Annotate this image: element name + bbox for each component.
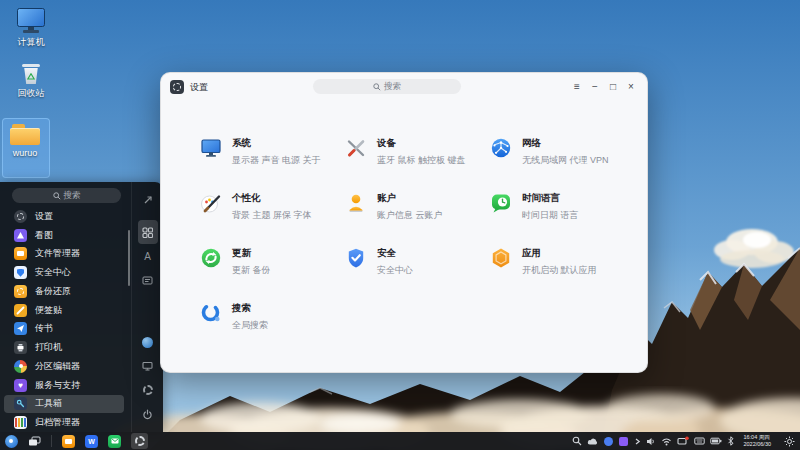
launcher-settings-button[interactable] [138, 378, 158, 402]
launcher-item-security-center[interactable]: 安全中心 [4, 263, 124, 282]
launcher-item-toolbox[interactable]: 工具箱 [4, 395, 124, 414]
launcher-item-backup-restore[interactable]: 备份还原 [4, 282, 124, 301]
desktop-icon-label: 回收站 [18, 87, 45, 100]
window-minimize-button[interactable]: − [588, 80, 602, 94]
category-subtitle: 时间日期 语言 [522, 209, 579, 222]
search-icon [572, 436, 582, 446]
settings-search-input[interactable]: 搜索 [313, 79, 461, 94]
recycle-bin-icon [22, 64, 40, 84]
launcher-item-printer[interactable]: 打印机 [4, 338, 124, 357]
tray-battery-button[interactable] [710, 435, 722, 448]
launcher-fullscreen-toggle[interactable] [138, 188, 158, 212]
category-subtitle: 安全中心 [377, 264, 413, 277]
show-desktop-button[interactable] [783, 435, 795, 448]
desktop-icon-label: 计算机 [18, 36, 45, 49]
tray-app-indicator-purple[interactable] [618, 435, 628, 448]
category-title: 更新 [232, 247, 271, 260]
settings-category-system[interactable]: 系统 显示器 声音 电源 关于 [199, 136, 344, 168]
launcher-sort-category-button[interactable] [138, 268, 158, 292]
multitasking-icon [28, 436, 41, 447]
tray-search-button[interactable] [572, 435, 582, 448]
window-maximize-button[interactable]: □ [606, 80, 620, 94]
launcher-item-sticky-notes[interactable]: 便签贴 [4, 301, 124, 320]
app-indicator-icon [604, 437, 613, 446]
launcher-power-button[interactable] [138, 402, 158, 426]
launcher-item-label: 服务与支持 [35, 379, 80, 392]
avatar [142, 337, 153, 348]
category-title: 账户 [377, 192, 443, 205]
taskbar-file-manager-button[interactable] [62, 435, 75, 448]
category-icon [142, 276, 153, 285]
launcher-scrollbar[interactable] [128, 230, 130, 286]
launcher-item-file-transfer[interactable]: 传书 [4, 320, 124, 339]
launcher-item-image-viewer[interactable]: 看图 [4, 226, 124, 245]
network-globe-icon [489, 136, 513, 160]
launcher-view-grid-button[interactable] [138, 220, 158, 244]
power-icon [142, 409, 153, 420]
search-icon [373, 83, 381, 91]
launcher-item-file-manager[interactable]: 文件管理器 [4, 245, 124, 264]
folder-icon [10, 124, 40, 145]
taskbar-wps-button[interactable]: W [85, 435, 98, 448]
desktop: 计算机 回收站 wuruo 搜索 设置 [0, 0, 800, 450]
settings-category-devices[interactable]: 设备 蓝牙 鼠标 触控板 键盘 [344, 136, 489, 168]
tray-cloud-sync-button[interactable] [587, 435, 598, 448]
file-manager-icon [62, 435, 75, 448]
tray-expand-button[interactable] [633, 435, 641, 448]
settings-category-time-language[interactable]: 时间语言 时间日期 语言 [489, 191, 634, 223]
settings-category-security[interactable]: 安全 安全中心 [344, 246, 489, 278]
window-title: 设置 [190, 81, 208, 94]
window-close-button[interactable]: × [624, 80, 638, 94]
settings-category-applications[interactable]: 应用 开机启动 默认应用 [489, 246, 634, 278]
sticky-notes-icon [14, 304, 27, 317]
expand-arrow-icon [143, 195, 153, 205]
desktop-icon-recycle-bin[interactable]: 回收站 [5, 64, 57, 100]
image-viewer-icon [14, 229, 27, 242]
window-menu-button[interactable]: ≡ [570, 80, 584, 94]
launcher-display-button[interactable] [138, 354, 158, 378]
settings-category-updates[interactable]: 更新 更新 备份 [199, 246, 344, 278]
desktop-icon-computer[interactable]: 计算机 [5, 8, 57, 49]
taskbar-launcher-button[interactable] [5, 435, 18, 448]
settings-category-search[interactable]: 搜索 全局搜索 [199, 301, 344, 333]
tray-bluetooth-button[interactable] [727, 435, 735, 448]
file-transfer-icon [14, 322, 27, 335]
tray-wifi-button[interactable] [661, 435, 672, 448]
file-manager-icon [14, 247, 27, 260]
category-subtitle: 背景 主题 屏保 字体 [232, 209, 312, 222]
cloud-icon [587, 437, 598, 446]
global-search-icon [199, 301, 223, 325]
desktop-icon-wuruo-folder[interactable]: wuruo [0, 124, 51, 158]
tray-screen-projection-button[interactable] [677, 435, 689, 448]
category-title: 应用 [522, 247, 597, 260]
launcher-sort-alpha-button[interactable]: A [138, 244, 158, 268]
system-monitor-icon [199, 136, 223, 160]
launcher-user-avatar[interactable] [138, 330, 158, 354]
category-subtitle: 开机启动 默认应用 [522, 264, 597, 277]
tray-keyboard-button[interactable] [694, 435, 705, 448]
taskbar-clock[interactable]: 16:04 周四 2022/06/30 [743, 434, 771, 448]
launcher-panel: 搜索 设置 看图 文件管理器 安全中心 [0, 182, 163, 432]
printer-icon [14, 341, 27, 354]
tray-app-indicator-blue[interactable] [603, 435, 613, 448]
settings-titlebar[interactable]: 设置 搜索 ≡ − □ × [161, 73, 647, 101]
tray-volume-button[interactable] [646, 435, 656, 448]
taskbar-settings-button-active[interactable] [131, 433, 148, 449]
taskbar-multitasking-button[interactable] [28, 435, 41, 448]
launcher-search-input[interactable]: 搜索 [12, 188, 121, 203]
launcher-item-partition-editor[interactable]: 分区编辑器 [4, 357, 124, 376]
taskbar: W 16:04 周四 2022/06/30 [0, 432, 800, 450]
launcher-item-settings[interactable]: 设置 [4, 207, 124, 226]
app-indicator-icon [619, 437, 628, 446]
clock-time: 16:04 周四 [743, 434, 771, 441]
launcher-item-archive-manager[interactable]: 归档管理器 [4, 413, 124, 432]
settings-category-personalization[interactable]: 个性化 背景 主题 屏保 字体 [199, 191, 344, 223]
settings-category-network[interactable]: 网络 无线局域网 代理 VPN [489, 136, 634, 168]
launcher-search-placeholder: 搜索 [64, 190, 81, 202]
chevron-right-icon [634, 437, 641, 446]
taskbar-mail-button[interactable] [108, 435, 121, 448]
launcher-app-list: 设置 看图 文件管理器 安全中心 备份还原 [0, 207, 131, 432]
settings-category-accounts[interactable]: 账户 账户信息 云账户 [344, 191, 489, 223]
wifi-icon [661, 437, 672, 446]
launcher-item-service-support[interactable]: ♥ 服务与支持 [4, 376, 124, 395]
